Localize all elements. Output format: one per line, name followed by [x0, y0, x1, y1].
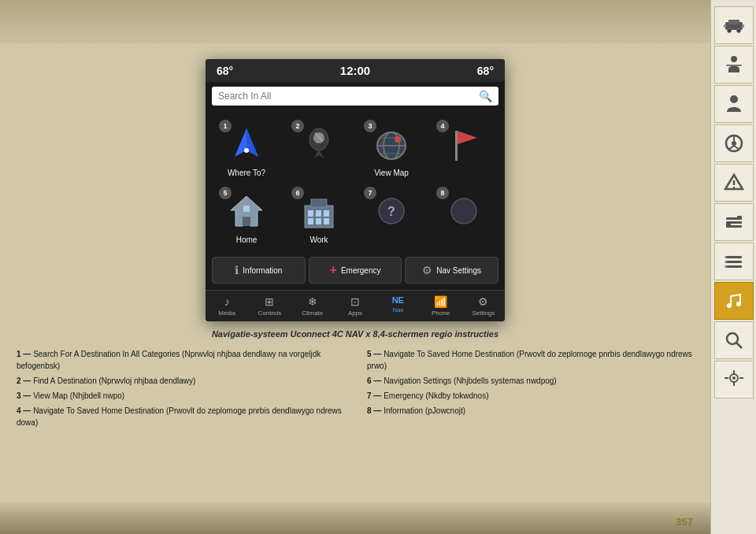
nav-icon-pin[interactable]: 2: [283, 117, 355, 184]
nav-icons-grid: 1 Where To? 2: [206, 110, 505, 254]
desc-5: 5 — Navigate To Saved Home Destination (…: [367, 348, 694, 372]
svg-rect-4: [724, 24, 726, 28]
sidebar-icon-steering[interactable]: [714, 124, 754, 162]
badge-5: 5: [219, 187, 232, 199]
badge-1: 1: [219, 120, 232, 132]
bottom-nav-climate[interactable]: ❄ Climate: [291, 291, 334, 321]
svg-rect-17: [726, 221, 742, 224]
svg-point-28: [736, 302, 741, 306]
bottom-nav-settings[interactable]: ⚙ Settings: [462, 291, 505, 321]
svg-point-26: [724, 265, 727, 268]
svg-line-30: [736, 343, 742, 348]
info-button[interactable]: ℹ Information: [212, 257, 306, 284]
desc-8: 8 — Information (pJowcnojt): [367, 405, 694, 428]
svg-line-13: [734, 146, 739, 150]
svg-rect-7: [726, 65, 742, 66]
svg-rect-53: [243, 206, 250, 212]
desc-4: 4 — Navigate To Saved Home Destination (…: [17, 405, 343, 428]
nav-icon-work[interactable]: 6 Work: [283, 184, 355, 250]
svg-point-8: [730, 95, 738, 103]
svg-rect-49: [455, 131, 458, 161]
nav-settings-label: Nav Settings: [436, 266, 481, 275]
top-bar: [0, 0, 756, 43]
home-label: Home: [236, 235, 258, 244]
info-icon: ℹ: [235, 264, 239, 276]
svg-point-64: [451, 198, 476, 224]
svg-rect-56: [308, 210, 313, 217]
svg-point-25: [724, 261, 727, 263]
search-icon: 🔍: [479, 90, 492, 102]
svg-rect-1: [728, 20, 739, 24]
desc-2: 2 — Find A Destination (Nprwvloj nhjbaa …: [17, 375, 343, 387]
svg-point-10: [732, 141, 736, 146]
svg-marker-50: [458, 131, 477, 144]
badge-4: 4: [436, 120, 449, 132]
nav-icon-flag[interactable]: 4: [428, 117, 500, 184]
nav-icon-compass: NE: [392, 295, 404, 305]
sidebar-icon-car-person[interactable]: [714, 46, 754, 83]
sidebar-icon-person[interactable]: [714, 85, 754, 123]
nav-icon-8[interactable]: 8: [428, 184, 500, 250]
screen-header: 68° 12:00 68°: [206, 59, 505, 82]
svg-rect-52: [243, 217, 250, 226]
work-label: Work: [309, 235, 328, 244]
svg-rect-19: [737, 216, 742, 220]
view-map-label: View Map: [374, 169, 409, 177]
emergency-label: Emergency: [341, 266, 381, 275]
search-bar[interactable]: 🔍: [212, 87, 498, 106]
badge-7: 7: [364, 187, 376, 199]
phone-label: Phone: [432, 310, 450, 317]
bottom-nav-nav[interactable]: NE Nav: [376, 291, 419, 321]
right-sidebar: [710, 0, 756, 534]
bottom-nav-media[interactable]: ♪ Media: [206, 291, 248, 321]
emergency-button[interactable]: + Emergency: [309, 257, 402, 284]
sidebar-icon-tools[interactable]: [714, 203, 754, 241]
svg-point-29: [727, 333, 738, 344]
sidebar-icon-list[interactable]: [714, 243, 754, 280]
svg-rect-5: [742, 24, 744, 28]
nav-settings-icon: ⚙: [422, 264, 432, 276]
media-label: Media: [218, 310, 235, 317]
desc-6: 6 — Navigation Settings (Nhjbdells syste…: [367, 375, 694, 387]
nav-settings-button[interactable]: ⚙ Nav Settings: [405, 257, 498, 284]
bottom-nav-controls[interactable]: ⊞ Controls: [248, 291, 291, 321]
nav-icon-where-to[interactable]: 1 Where To?: [210, 117, 283, 184]
svg-rect-20: [726, 224, 731, 228]
svg-rect-55: [311, 199, 327, 207]
sidebar-icon-search[interactable]: [714, 321, 754, 359]
nav-icon-home[interactable]: 5 Home: [210, 184, 283, 250]
desc-7: 7 — Emergency (Nkdby tokwdnos): [367, 390, 694, 402]
desc-1: 1 — Search For A Destination In All Cate…: [17, 348, 343, 372]
sidebar-icon-car-drive[interactable]: [714, 6, 754, 44]
svg-rect-21: [726, 256, 742, 258]
desc-3: 3 — View Map (Nhjbdell nwpo): [17, 390, 343, 402]
svg-text:?: ?: [387, 205, 395, 218]
nav-label: Nav: [392, 306, 403, 313]
svg-rect-22: [726, 261, 742, 263]
svg-point-27: [727, 303, 732, 308]
temp-right: 68°: [477, 65, 494, 77]
nav-icon-view-map[interactable]: 3 View Map: [355, 117, 428, 184]
svg-point-24: [724, 256, 727, 258]
settings-label: Settings: [472, 310, 495, 317]
svg-rect-23: [726, 265, 742, 268]
sidebar-icon-music[interactable]: [714, 282, 754, 320]
sidebar-icon-warning[interactable]: [714, 164, 754, 202]
svg-point-6: [731, 56, 737, 62]
svg-rect-61: [324, 218, 329, 224]
where-to-label: Where To?: [228, 169, 265, 177]
bottom-nav-phone[interactable]: 📶 Phone: [419, 291, 461, 321]
svg-point-39: [244, 148, 249, 153]
svg-line-12: [728, 146, 734, 150]
temp-left: 68°: [217, 65, 233, 77]
sidebar-icon-location[interactable]: [714, 361, 754, 399]
search-input[interactable]: [218, 91, 479, 102]
nav-icon-7[interactable]: 7 ?: [355, 184, 428, 250]
bottom-nav-apps[interactable]: ⊡ Apps: [334, 291, 376, 321]
controls-icon: ⊞: [265, 295, 274, 308]
badge-2: 2: [291, 120, 304, 132]
badge-6: 6: [291, 187, 304, 199]
nav-actions: ℹ Information + Emergency ⚙ Nav Settings: [206, 254, 505, 290]
svg-rect-57: [316, 210, 321, 217]
screen-bottom-nav: ♪ Media ⊞ Controls ❄ Climate ⊡ Apps NE N…: [206, 290, 505, 321]
